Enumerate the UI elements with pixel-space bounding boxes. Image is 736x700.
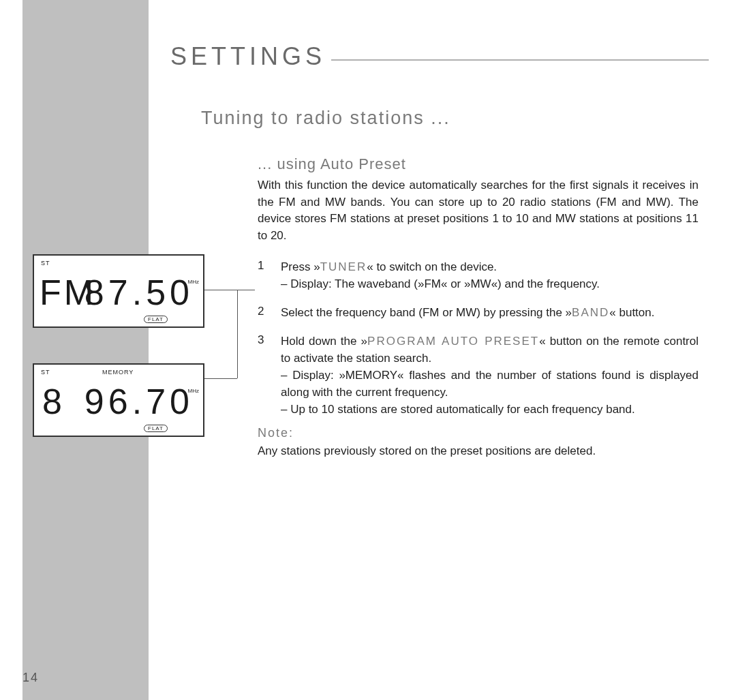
section-title: Tuning to radio stations ... [201,108,450,129]
step-1-display: – Display: The waveband (»FM« or »MW«) a… [281,276,699,293]
note-label: Note: [258,426,294,440]
lcd2-st-icon: ST [41,369,50,376]
step-3-display-2: – Up to 10 stations are stored automatic… [281,401,699,419]
program-auto-preset-label: PROGRAM AUTO PRESET [367,335,539,348]
step-3-pre: Hold down the » [281,335,367,348]
step-1-text: Press »TUNER« to switch on the device. [281,259,699,276]
tuner-button-label: TUNER [320,260,367,273]
connector-vertical [237,290,238,378]
connector-line-2 [204,378,237,379]
heading-rule [331,59,709,61]
lcd1-flat-badge: FLAT [144,316,168,323]
step-3-display-1: – Display: »MEMORY« flashes and the numb… [281,367,699,401]
left-grey-band [22,0,149,700]
subsection-title: ... using Auto Preset [258,155,406,173]
lcd2-memory-icon: MEMORY [102,369,134,376]
step-2-number: 2 [258,305,271,318]
lcd2-unit: MHz [188,388,199,394]
intro-paragraph: With this function the device automatica… [258,177,699,245]
band-button-label: BAND [572,306,609,319]
lcd1-unit: MHz [188,279,199,285]
step-1-number: 1 [258,259,271,273]
page-title: SETTINGS [170,42,326,71]
step-3-text: Hold down the »PROGRAM AUTO PRESET« butt… [281,333,699,367]
connector-join [237,290,255,290]
step-2-post: « button. [609,306,654,319]
note-text: Any stations previously stored on the pr… [258,443,699,460]
heading-bar: SETTINGS [170,42,709,71]
page-number: 14 [22,671,39,685]
lcd-display-1: ST FM 87.50 MHz FLAT [33,254,204,328]
lcd2-flat-badge: FLAT [144,425,168,432]
step-1-post: « to switch on the device. [367,260,497,273]
step-3-number: 3 [258,333,271,347]
lcd1-st-icon: ST [41,260,50,267]
step-1-pre: Press » [281,260,320,273]
step-2-pre: Select the frequency band (FM or MW) by … [281,306,572,319]
lcd-display-2: ST MEMORY 8 96.70 MHz FLAT [33,363,204,437]
lcd1-frequency: 87.50 [34,272,194,313]
step-2-text: Select the frequency band (FM or MW) by … [281,305,699,322]
lcd2-frequency: 96.70 [34,381,194,422]
